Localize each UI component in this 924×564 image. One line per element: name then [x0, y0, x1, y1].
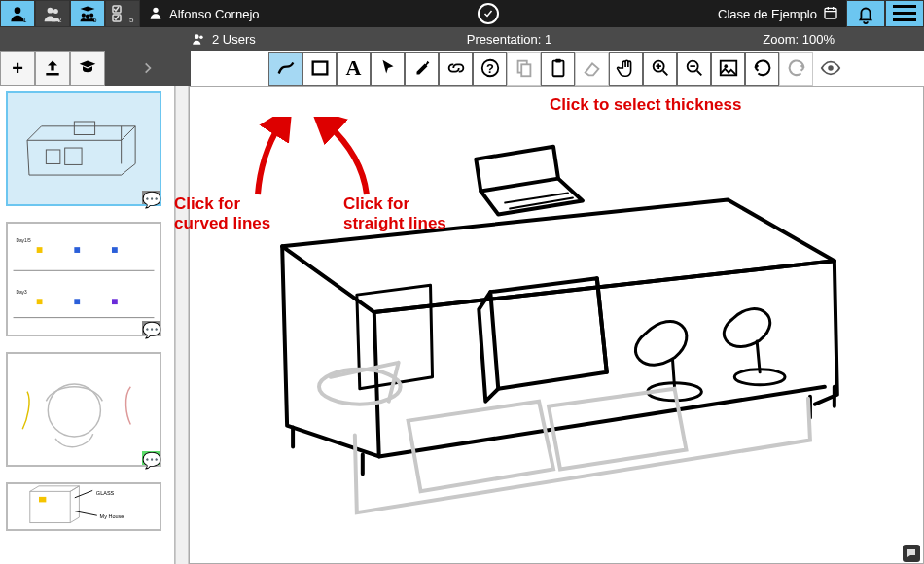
svg-text:Day3: Day3: [16, 290, 27, 295]
svg-point-31: [828, 65, 834, 71]
chat-button[interactable]: [903, 545, 920, 562]
user-icon: [148, 5, 163, 23]
svg-rect-25: [552, 61, 563, 77]
svg-rect-26: [555, 59, 561, 63]
top-bar: 1 2 5 5 Alfonso Cornejo Clase de Ejemplo: [0, 0, 924, 27]
mode-buttons: 1 2 5 5: [0, 0, 140, 27]
svg-point-0: [15, 7, 21, 14]
slide-thumb-2[interactable]: Day1/5Day3 2 💬: [6, 222, 161, 336]
annotation-straight: Click for straight lines: [343, 194, 446, 234]
svg-rect-41: [112, 247, 118, 253]
whiteboard-canvas[interactable]: [189, 86, 924, 564]
svg-rect-24: [521, 64, 530, 76]
expand-panel[interactable]: [105, 51, 191, 86]
chat-icon: 💬: [142, 191, 161, 209]
svg-point-17: [195, 34, 199, 39]
svg-point-6: [86, 14, 89, 18]
pointer-tool[interactable]: [371, 52, 405, 86]
svg-rect-13: [825, 8, 836, 18]
svg-text:?: ?: [486, 61, 494, 76]
svg-rect-34: [65, 148, 82, 164]
add-slide-button[interactable]: +: [0, 51, 35, 86]
info-bar: 2 Users Presentation: 1 Zoom: 100%: [0, 27, 924, 51]
visibility-tool[interactable]: [813, 52, 847, 86]
user-header: Alfonso Cornejo: [148, 5, 260, 23]
mode-two-users[interactable]: 2: [35, 0, 70, 27]
svg-rect-40: [74, 299, 80, 304]
svg-rect-14: [893, 5, 916, 8]
presentation-label: Presentation: 1: [256, 32, 764, 47]
slide-thumb-4[interactable]: GLASSMy House: [6, 482, 161, 531]
svg-rect-38: [37, 299, 43, 304]
svg-text:2: 2: [58, 17, 62, 23]
copy-tool[interactable]: [507, 52, 541, 86]
svg-text:5: 5: [129, 16, 134, 23]
help-tool[interactable]: ?: [473, 52, 507, 86]
undo-tool[interactable]: [745, 52, 779, 86]
svg-text:5: 5: [93, 17, 97, 23]
svg-point-30: [724, 64, 728, 68]
link-tool[interactable]: [439, 52, 473, 86]
users-count: 2 Users: [191, 32, 256, 47]
svg-text:My House: My House: [100, 513, 124, 519]
zoom-label: Zoom: 100%: [763, 32, 924, 47]
hamburger-menu[interactable]: [885, 0, 924, 27]
svg-rect-39: [74, 247, 80, 253]
curve-tool[interactable]: [268, 52, 302, 86]
mode-checklist[interactable]: 5: [105, 0, 140, 27]
redo-tool[interactable]: [779, 52, 813, 86]
svg-rect-45: [39, 497, 46, 503]
user-name: Alfonso Cornejo: [169, 7, 260, 21]
drawing-tools: A ?: [191, 51, 924, 86]
svg-rect-42: [112, 299, 118, 304]
slide-panel: 1 💬 Day1/5Day3 2 💬 3 💬 GLASSMy House: [0, 86, 175, 564]
svg-rect-15: [893, 12, 916, 15]
toolbar: + A ?: [0, 51, 924, 86]
svg-point-3: [53, 9, 58, 14]
zoom-out-tool[interactable]: [677, 52, 711, 86]
class-header: Clase de Ejemplo: [718, 5, 838, 23]
svg-point-18: [199, 36, 203, 40]
zoom-in-tool[interactable]: [643, 52, 677, 86]
mode-single-user[interactable]: 1: [0, 0, 35, 27]
calendar-icon: [823, 5, 838, 23]
chat-icon: 💬: [142, 451, 161, 470]
image-tool[interactable]: [711, 52, 745, 86]
eraser-tool[interactable]: [575, 52, 609, 86]
svg-point-2: [48, 8, 53, 14]
pan-tool[interactable]: [609, 52, 643, 86]
upload-slide-button[interactable]: [35, 51, 70, 86]
drawing-content: [190, 87, 923, 563]
svg-text:Day1/5: Day1/5: [16, 238, 31, 243]
slide-tools: +: [0, 51, 191, 86]
class-name: Clase de Ejemplo: [718, 7, 817, 21]
users-count-label: 2 Users: [212, 32, 256, 47]
svg-text:1: 1: [23, 17, 27, 23]
svg-rect-16: [893, 18, 916, 21]
svg-point-5: [82, 14, 86, 18]
svg-point-12: [153, 7, 158, 12]
text-tool[interactable]: A: [337, 52, 371, 86]
svg-rect-32: [74, 122, 94, 135]
notifications-button[interactable]: [846, 0, 885, 27]
svg-rect-37: [37, 247, 43, 253]
slide-thumb-1[interactable]: 1 💬: [6, 91, 161, 206]
annotation-curved: Click for curved lines: [174, 194, 270, 234]
chat-icon: 💬: [142, 321, 161, 339]
eyedropper-tool[interactable]: [405, 52, 439, 86]
graduate-button[interactable]: [70, 51, 105, 86]
slide-thumb-3[interactable]: 3 💬: [6, 352, 161, 467]
svg-text:GLASS: GLASS: [96, 490, 115, 496]
annotation-thickness: Click to select thickness: [550, 95, 741, 115]
svg-rect-33: [46, 150, 59, 163]
svg-rect-44: [30, 491, 70, 522]
paste-tool[interactable]: [541, 52, 575, 86]
svg-rect-19: [46, 73, 58, 76]
mode-class[interactable]: 5: [70, 0, 105, 27]
svg-rect-20: [312, 62, 327, 75]
verified-icon: [478, 3, 499, 24]
rectangle-tool[interactable]: [302, 52, 337, 86]
slide-scrollbar[interactable]: [175, 86, 189, 564]
